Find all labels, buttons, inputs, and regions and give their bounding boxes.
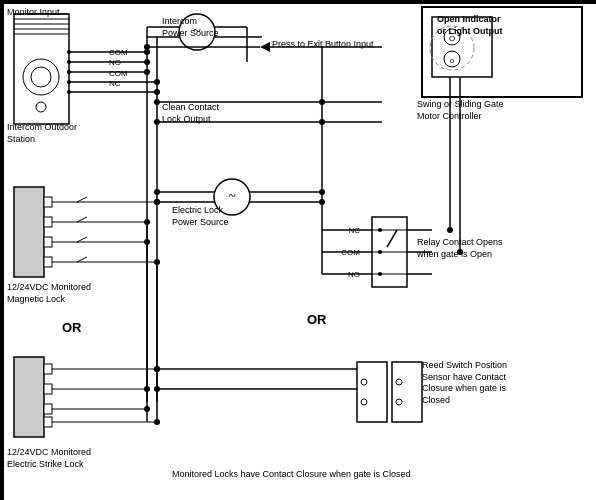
svg-rect-99: [44, 197, 52, 207]
svg-point-19: [67, 90, 71, 94]
svg-point-39: [154, 89, 160, 95]
reed-switch-label: Reed Switch PositionSensor have ContactC…: [422, 360, 507, 407]
svg-point-8: [31, 67, 51, 87]
svg-point-70: [378, 228, 382, 232]
svg-rect-117: [44, 384, 52, 394]
svg-point-9: [36, 102, 46, 112]
svg-point-105: [154, 199, 160, 205]
svg-rect-100: [44, 217, 52, 227]
svg-rect-128: [357, 362, 387, 422]
svg-point-35: [144, 69, 150, 75]
monitor-input-label: Monitor Input: [7, 7, 60, 19]
svg-point-81: [319, 119, 325, 125]
svg-rect-119: [44, 417, 52, 427]
svg-point-15: [67, 50, 71, 54]
svg-point-82: [319, 189, 325, 195]
svg-point-131: [361, 399, 367, 405]
wiring-diagram: ~ COM NO COM NC: [0, 0, 596, 500]
svg-point-17: [67, 70, 71, 74]
svg-text:o: o: [450, 56, 455, 65]
press-to-exit-label: Press to Exit Button Input: [272, 39, 374, 51]
clean-contact-label: Clean ContactLock Output: [162, 102, 219, 125]
relay-contact-label: Relay Contact Openswhen gate is Open: [417, 237, 503, 260]
svg-rect-115: [14, 357, 44, 437]
svg-text:NC: NC: [109, 79, 121, 88]
electric-strike-label: 12/24VDC MonitoredElectric Strike Lock: [7, 447, 91, 470]
svg-point-130: [361, 379, 367, 385]
intercom-outdoor-station-label: Intercom OutdoorStation: [7, 122, 77, 145]
svg-rect-118: [44, 404, 52, 414]
electric-lock-power-label: Electric LockPower Source: [172, 205, 229, 228]
svg-point-50: [154, 99, 160, 105]
svg-rect-98: [14, 187, 44, 277]
svg-point-132: [396, 379, 402, 385]
svg-rect-101: [44, 237, 52, 247]
svg-point-47: [144, 44, 150, 50]
swing-gate-label: Swing or Sliding GateMotor Controller: [417, 99, 504, 122]
svg-point-16: [67, 60, 71, 64]
svg-point-80: [319, 99, 325, 105]
svg-point-95: [447, 227, 453, 233]
svg-point-51: [154, 119, 160, 125]
svg-point-33: [144, 59, 150, 65]
svg-point-37: [154, 79, 160, 85]
svg-point-71: [378, 250, 382, 254]
svg-point-61: [154, 189, 160, 195]
svg-point-83: [319, 199, 325, 205]
svg-rect-116: [44, 364, 52, 374]
magnetic-lock-label: 12/24VDC MonitoredMagnetic Lock: [7, 282, 91, 305]
intercom-power-source-label: IntercomPower Source: [162, 16, 219, 39]
monitored-locks-note-label: Monitored Locks have Contact Closure whe…: [172, 469, 411, 481]
svg-text:COM: COM: [109, 69, 128, 78]
svg-text:NO: NO: [109, 58, 121, 67]
svg-point-18: [67, 80, 71, 84]
svg-text:COM: COM: [109, 48, 128, 57]
svg-point-133: [396, 399, 402, 405]
svg-rect-129: [392, 362, 422, 422]
open-indicator-label: Open Indicatoror Light Output: [437, 14, 502, 37]
or1-label: OR: [62, 320, 82, 337]
or2-label: OR: [307, 312, 327, 329]
svg-text:~: ~: [228, 189, 236, 204]
svg-point-72: [378, 272, 382, 276]
svg-rect-102: [44, 257, 52, 267]
